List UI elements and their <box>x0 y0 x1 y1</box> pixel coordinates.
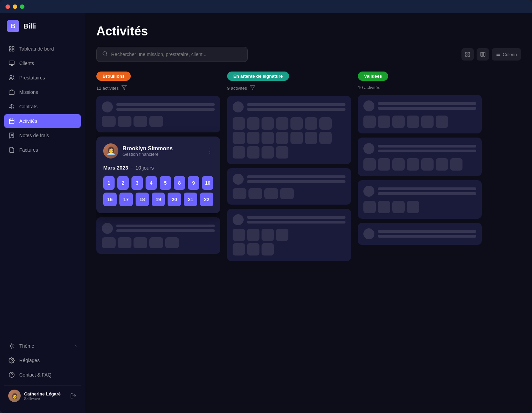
expanded-card-header: 👩‍💼 Brooklyn Simmons Gestion financière … <box>103 143 213 159</box>
maximize-btn[interactable] <box>20 4 24 9</box>
columns-button[interactable]: Colonn <box>492 48 521 61</box>
svg-rect-36 <box>481 52 482 56</box>
close-btn[interactable] <box>6 4 10 9</box>
chevron-right-icon: › <box>75 343 77 349</box>
day-chip[interactable]: 22 <box>200 193 213 206</box>
day-chip[interactable]: 10 <box>202 176 213 190</box>
app-name: Billi <box>23 22 36 30</box>
expanded-name: Brooklyn Simmons <box>123 145 203 152</box>
expanded-activity-card[interactable]: 👩‍💼 Brooklyn Simmons Gestion financière … <box>96 137 220 213</box>
skeleton-card[interactable] <box>227 168 351 205</box>
day-chip[interactable]: 21 <box>184 193 197 206</box>
period-separator: - <box>131 165 133 171</box>
filter-icon-signature[interactable] <box>250 85 256 91</box>
cards-list-validees <box>358 95 482 406</box>
svg-line-25 <box>13 344 14 344</box>
avatar-placeholder <box>363 228 374 239</box>
day-chip[interactable]: 19 <box>152 193 165 206</box>
day-chip[interactable]: 17 <box>119 193 133 206</box>
sidebar-item-factures[interactable]: Factures <box>4 143 81 157</box>
skeleton-card[interactable] <box>358 95 482 133</box>
skeleton-card[interactable] <box>227 96 351 164</box>
svg-point-26 <box>11 360 13 361</box>
theme-label: Thème <box>19 343 34 349</box>
avatar-placeholder <box>363 143 374 154</box>
column-validees: Validées 10 activités <box>358 72 482 406</box>
filter-icon-brouillons[interactable] <box>121 85 128 91</box>
avatar-placeholder <box>233 174 244 185</box>
svg-rect-1 <box>12 46 14 48</box>
gear-icon <box>8 357 15 364</box>
svg-line-24 <box>10 348 10 348</box>
window-chrome <box>0 0 532 13</box>
user-info: Catherine Légaré Skillwave <box>24 391 66 401</box>
svg-rect-33 <box>468 52 470 54</box>
sidebar-item-theme[interactable]: Thème › <box>4 339 81 353</box>
day-chip[interactable]: 18 <box>136 193 149 206</box>
skeleton-card[interactable] <box>358 138 482 176</box>
search-bar[interactable] <box>96 47 248 62</box>
card-period: Mars 2023 - 10 jours <box>103 165 213 171</box>
sidebar-item-label: Tableau de bord <box>19 46 54 52</box>
day-chip[interactable]: 16 <box>103 193 117 206</box>
sidebar-item-label: Activités <box>19 118 37 124</box>
svg-point-17 <box>10 345 13 347</box>
avatar-placeholder <box>102 223 113 234</box>
sidebar-item-label: Missions <box>19 89 38 95</box>
svg-rect-0 <box>9 46 11 48</box>
sidebar-item-prestataires[interactable]: Prestataires <box>4 71 81 85</box>
receipt-icon <box>8 132 15 139</box>
minimize-btn[interactable] <box>13 4 17 9</box>
clients-icon <box>8 60 15 67</box>
page-header: Activités <box>96 24 521 39</box>
expanded-role: Gestion financière <box>123 152 203 157</box>
skeleton-card[interactable] <box>358 180 482 219</box>
days-grid: 1 2 3 4 5 8 9 10 16 17 <box>103 176 213 206</box>
skeleton-card[interactable] <box>96 217 220 254</box>
svg-marker-43 <box>250 86 255 90</box>
svg-point-7 <box>10 75 12 77</box>
days-row-2: 16 17 18 19 20 21 22 <box>103 193 213 206</box>
page-title: Activités <box>96 24 148 39</box>
day-chip[interactable]: 4 <box>146 176 157 190</box>
day-chip[interactable]: 3 <box>131 176 143 190</box>
sidebar-item-notes-de-frais[interactable]: Notes de frais <box>4 129 81 142</box>
sidebar-item-clients[interactable]: Clients <box>4 56 81 70</box>
column-header-brouillons: Brouillons <box>96 72 220 81</box>
app-logo-icon: B <box>7 20 19 32</box>
day-chip[interactable]: 1 <box>103 176 115 190</box>
file-icon <box>8 146 15 153</box>
sidebar-item-contact[interactable]: Contact & FAQ <box>4 368 81 382</box>
column-signature: En attente de signature 9 activités <box>227 72 351 406</box>
svg-line-31 <box>106 55 107 56</box>
svg-rect-2 <box>9 50 11 51</box>
main-content: Activités <box>85 13 532 413</box>
day-chip[interactable]: 5 <box>160 176 171 190</box>
day-chip[interactable]: 20 <box>168 193 181 206</box>
search-input[interactable] <box>111 52 242 57</box>
svg-rect-35 <box>468 55 470 56</box>
day-chip[interactable]: 8 <box>174 176 185 190</box>
avatar-placeholder <box>363 100 374 111</box>
skeleton-card[interactable] <box>227 209 351 261</box>
sidebar-item-contrats[interactable]: Contrats <box>4 100 81 113</box>
day-chip[interactable]: 2 <box>117 176 129 190</box>
skeleton-card[interactable] <box>96 96 220 132</box>
sidebar-item-reglages[interactable]: Réglages <box>4 354 81 367</box>
day-chip[interactable]: 9 <box>188 176 199 190</box>
svg-rect-4 <box>9 61 14 65</box>
search-icon <box>102 51 108 58</box>
sidebar-item-missions[interactable]: Missions <box>4 85 81 99</box>
card-menu-button[interactable]: ⋮ <box>207 147 213 155</box>
logout-icon[interactable] <box>70 392 77 399</box>
sidebar-item-activites[interactable]: Activités <box>4 114 81 128</box>
sidebar-item-tableau-de-bord[interactable]: Tableau de bord <box>4 42 81 56</box>
skeleton-card[interactable] <box>358 223 482 245</box>
period-label: Mars 2023 <box>103 165 128 171</box>
view-controls: Colonn <box>461 48 521 61</box>
users-icon <box>8 74 15 81</box>
column-view-button[interactable] <box>477 48 489 61</box>
app-container: B Billi Tableau de bord <box>0 13 532 413</box>
grid-view-button[interactable] <box>461 48 474 61</box>
balance-icon <box>8 103 15 110</box>
